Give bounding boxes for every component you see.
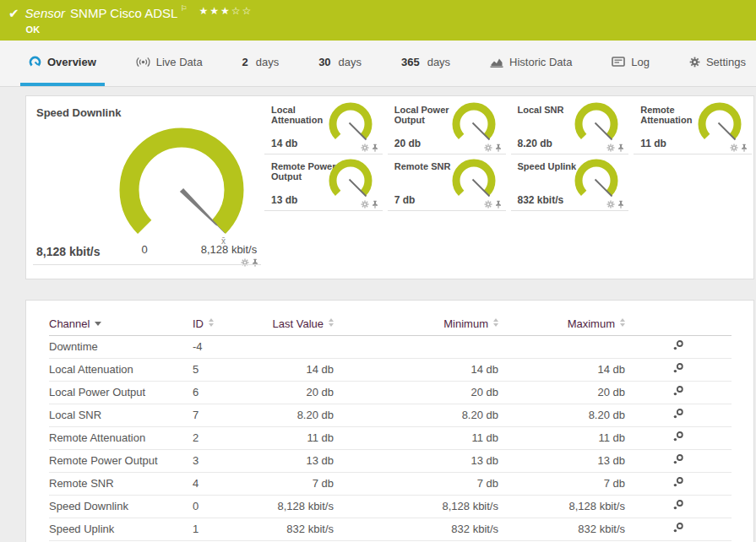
column-header-maximum[interactable]: Maximum bbox=[498, 312, 625, 335]
cell-maximum: 832 kbit/s bbox=[498, 518, 625, 540]
gauge-pin-icon[interactable] bbox=[494, 144, 503, 152]
small-gauge-icon bbox=[449, 101, 499, 149]
column-header-id[interactable]: ID bbox=[193, 312, 258, 335]
tab-live-data[interactable]: Live Data bbox=[128, 41, 211, 86]
live-icon bbox=[136, 57, 150, 68]
chart-icon bbox=[490, 57, 503, 68]
channel-settings-icon[interactable] bbox=[672, 522, 684, 536]
tab-label: Historic Data bbox=[509, 56, 572, 68]
table-row-speed-uplink[interactable]: Speed Uplink 1 832 kbit/s 832 kbit/s 832… bbox=[49, 518, 732, 540]
gauge-pin-icon[interactable] bbox=[617, 200, 625, 209]
table-row-downtime[interactable]: Downtime -4 bbox=[49, 335, 732, 358]
small-gauge-icon bbox=[325, 158, 376, 205]
channel-settings-icon[interactable] bbox=[672, 362, 684, 377]
gauge-settings-gear-icon[interactable] bbox=[606, 144, 615, 152]
gauge-pin-icon[interactable] bbox=[494, 200, 503, 209]
tab-days[interactable]: 365days bbox=[393, 41, 459, 86]
gear-icon bbox=[689, 57, 700, 68]
column-header-channel[interactable]: Channel bbox=[49, 312, 193, 335]
small-gauge-local-snr[interactable]: Local SNR 8.20 db bbox=[511, 98, 629, 154]
cell-channel[interactable]: Remote SNR bbox=[49, 472, 193, 495]
small-gauge-remote-snr[interactable]: Remote SNR 7 db bbox=[388, 154, 506, 211]
tab-number: 365 bbox=[401, 56, 420, 68]
small-gauge-actions bbox=[606, 144, 625, 152]
cell-maximum: 14 db bbox=[498, 358, 625, 381]
column-header-last-value[interactable]: Last Value bbox=[258, 312, 334, 335]
tab-number: 2 bbox=[242, 56, 248, 68]
cell-last-value: 20 db bbox=[258, 381, 334, 404]
gauge-settings-gear-icon[interactable] bbox=[484, 200, 492, 209]
tab-label: days bbox=[256, 56, 279, 68]
gauge-settings-gear-icon[interactable] bbox=[361, 144, 369, 152]
priority-stars[interactable]: ★★★☆☆ bbox=[199, 5, 253, 17]
cell-id: 6 bbox=[193, 381, 258, 404]
table-row-local-attenuation[interactable]: Local Attenuation 5 14 db 14 db 14 db bbox=[49, 358, 732, 381]
small-gauge-speed-uplink[interactable]: Speed Uplink 832 kbit/s bbox=[511, 154, 629, 211]
channel-settings-icon[interactable] bbox=[672, 476, 684, 491]
cell-last-value: 8.20 db bbox=[258, 404, 334, 426]
tab-label: Overview bbox=[47, 56, 96, 68]
channel-settings-icon[interactable] bbox=[672, 431, 684, 445]
cell-minimum: 8.20 db bbox=[334, 404, 498, 426]
tab-historic-data[interactable]: Historic Data bbox=[481, 41, 580, 86]
table-row-remote-power-output[interactable]: Remote Power Output 3 13 db 13 db 13 db bbox=[49, 449, 732, 472]
channel-settings-icon[interactable] bbox=[672, 408, 684, 422]
small-gauge-actions bbox=[730, 144, 748, 152]
small-gauge-icon bbox=[694, 101, 745, 149]
cell-channel[interactable]: Remote Power Output bbox=[49, 449, 193, 472]
cell-channel[interactable]: Local SNR bbox=[49, 404, 193, 426]
cell-maximum: 11 db bbox=[498, 426, 625, 449]
small-gauge-local-power-output[interactable]: Local Power Output 20 db bbox=[388, 98, 506, 154]
cell-channel[interactable]: Downtime bbox=[49, 335, 193, 358]
cell-maximum: 8,128 kbit/s bbox=[498, 495, 625, 518]
table-row-local-snr[interactable]: Local SNR 7 8.20 db 8.20 db 8.20 db bbox=[49, 404, 732, 426]
cell-id: 3 bbox=[193, 449, 258, 472]
table-row-remote-attenuation[interactable]: Remote Attenuation 2 11 db 11 db 11 db bbox=[49, 426, 732, 449]
channel-settings-icon[interactable] bbox=[672, 499, 684, 513]
cell-last-value: 832 kbit/s bbox=[258, 518, 334, 540]
tab-days[interactable]: 30days bbox=[310, 41, 370, 86]
cell-channel[interactable]: Speed Uplink bbox=[49, 518, 193, 540]
gauge-pin-icon[interactable] bbox=[251, 258, 259, 267]
cell-channel[interactable]: Speed Downlink bbox=[49, 495, 193, 518]
tab-overview[interactable]: Overview bbox=[20, 41, 105, 86]
gauge-pin-icon[interactable] bbox=[371, 200, 379, 209]
gauge-settings-gear-icon[interactable] bbox=[241, 258, 249, 267]
tab-log[interactable]: Log bbox=[603, 41, 658, 86]
tab-settings[interactable]: Settings bbox=[681, 41, 754, 86]
cell-channel[interactable]: Remote Attenuation bbox=[49, 426, 193, 449]
channel-settings-icon[interactable] bbox=[672, 339, 684, 354]
small-gauge-value: 20 db bbox=[394, 138, 421, 149]
cell-channel[interactable]: Local Attenuation bbox=[49, 358, 193, 381]
table-row-local-power-output[interactable]: Local Power Output 6 20 db 20 db 20 db bbox=[49, 381, 732, 404]
tab-label: Settings bbox=[706, 56, 746, 68]
cell-id: 1 bbox=[193, 518, 258, 540]
gauge-settings-gear-icon[interactable] bbox=[730, 144, 738, 152]
flag-icon[interactable]: ⚐ bbox=[180, 4, 187, 13]
main-gauge-title: Speed Downlink bbox=[36, 106, 121, 119]
channel-settings-icon[interactable] bbox=[672, 385, 684, 399]
gauge-pin-icon[interactable] bbox=[371, 144, 379, 152]
gauge-settings-gear-icon[interactable] bbox=[606, 200, 615, 209]
gauge-pin-icon[interactable] bbox=[617, 144, 625, 152]
column-header-minimum[interactable]: Minimum bbox=[334, 312, 498, 335]
cell-minimum: 11 db bbox=[334, 426, 498, 449]
sensor-header: ✔ Sensor SNMP Cisco ADSL ⚐ ★★★☆☆ OK bbox=[0, 0, 756, 41]
column-header-actions bbox=[625, 312, 732, 335]
gauge-pin-icon[interactable] bbox=[740, 144, 748, 152]
cell-channel[interactable]: Local Power Output bbox=[49, 381, 193, 404]
tab-days[interactable]: 2days bbox=[234, 41, 288, 86]
cell-maximum: 13 db bbox=[498, 449, 625, 472]
cell-last-value bbox=[258, 335, 334, 358]
small-gauge-remote-power-output[interactable]: Remote Power Output 13 db bbox=[264, 154, 383, 211]
cell-maximum: 20 db bbox=[498, 381, 625, 404]
table-row-speed-downlink[interactable]: Speed Downlink 0 8,128 kbit/s 8,128 kbit… bbox=[49, 495, 732, 518]
gauge-settings-gear-icon[interactable] bbox=[361, 200, 369, 209]
small-gauge-local-attenuation[interactable]: Local Attenuation 14 db bbox=[264, 98, 383, 154]
gauge-settings-gear-icon[interactable] bbox=[484, 144, 492, 152]
channel-settings-icon[interactable] bbox=[672, 453, 684, 468]
divider bbox=[33, 264, 261, 265]
main-gauge-speed-downlink[interactable]: Speed Downlink x̄ 0 8,128 kbit/s 8,128 k… bbox=[26, 96, 263, 280]
table-row-remote-snr[interactable]: Remote SNR 4 7 db 7 db 7 db bbox=[49, 472, 732, 495]
small-gauge-remote-attenuation[interactable]: Remote Attenuation 11 db bbox=[634, 98, 752, 154]
